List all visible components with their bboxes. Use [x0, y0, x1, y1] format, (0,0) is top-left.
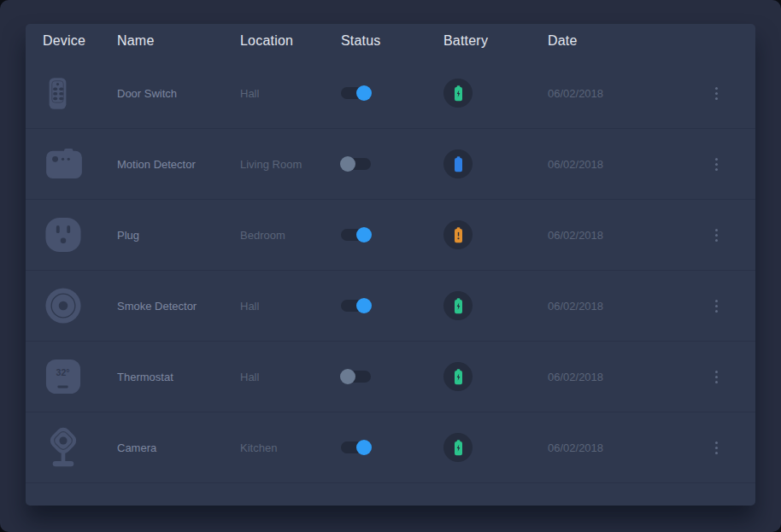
- toggle-thumb: [356, 85, 372, 101]
- battery-icon: [443, 149, 473, 178]
- battery-cell: [443, 220, 548, 249]
- battery-glyph-icon: [452, 155, 465, 173]
- battery-glyph-icon: [452, 85, 465, 102]
- toggle-thumb: [340, 156, 355, 172]
- device-location: Hall: [240, 300, 341, 313]
- table-row: Camera Kitchen 06/02/2018: [26, 412, 755, 483]
- battery-glyph-icon: [452, 368, 465, 386]
- status-toggle[interactable]: [341, 87, 371, 99]
- status-toggle[interactable]: [341, 441, 371, 453]
- device-date: 06/02/2018: [548, 158, 694, 171]
- device-location: Hall: [240, 371, 341, 383]
- battery-glyph-icon: [452, 439, 465, 457]
- battery-icon: [443, 291, 473, 320]
- device-table-card: Device Name Location Status Battery Date…: [26, 24, 755, 506]
- battery-cell: [443, 79, 548, 108]
- column-header-device: Device: [43, 33, 117, 49]
- battery-glyph-icon: [452, 297, 465, 315]
- table-header-row: Device Name Location Status Battery Date: [26, 24, 755, 58]
- device-cell: [43, 358, 117, 395]
- status-toggle[interactable]: [341, 300, 371, 312]
- menu-cell: [694, 367, 738, 387]
- status-toggle[interactable]: [341, 158, 371, 170]
- device-cell: [43, 216, 117, 254]
- table-body: Door Switch Hall 06/02/2018: [26, 58, 755, 483]
- menu-cell: [694, 84, 738, 103]
- row-kebab-menu-icon[interactable]: [710, 155, 723, 174]
- device-icon: [44, 426, 82, 470]
- status-cell: [341, 158, 443, 170]
- device-icon: [44, 287, 82, 324]
- device-name: Thermostat: [117, 371, 240, 383]
- battery-icon: [443, 220, 473, 249]
- table-row: Plug Bedroom 06/02/2018: [26, 200, 755, 271]
- battery-cell: [443, 149, 548, 178]
- menu-cell: [694, 438, 738, 458]
- battery-icon: [443, 362, 473, 391]
- device-date: 06/02/2018: [548, 87, 694, 100]
- device-icon: [44, 358, 82, 395]
- menu-cell: [694, 155, 738, 174]
- row-kebab-menu-icon[interactable]: [710, 225, 723, 245]
- toggle-thumb: [340, 369, 355, 384]
- battery-cell: [443, 291, 548, 320]
- status-cell: [341, 300, 443, 312]
- column-header-status: Status: [341, 33, 443, 49]
- device-location: Kitchen: [240, 441, 341, 454]
- device-date: 06/02/2018: [548, 371, 694, 383]
- battery-icon: [443, 79, 473, 108]
- status-cell: [341, 87, 443, 99]
- card-footer-spacer: [26, 483, 755, 506]
- column-header-name: Name: [117, 33, 240, 49]
- status-cell: [341, 229, 443, 241]
- status-toggle[interactable]: [341, 229, 371, 241]
- toggle-thumb: [356, 227, 372, 243]
- row-kebab-menu-icon[interactable]: [710, 367, 723, 387]
- device-location: Hall: [240, 87, 341, 100]
- device-location: Living Room: [240, 158, 341, 171]
- battery-cell: [443, 362, 548, 391]
- toggle-thumb: [356, 440, 372, 455]
- device-cell: [43, 287, 117, 324]
- battery-icon: [443, 433, 473, 462]
- device-name: Door Switch: [117, 87, 240, 100]
- status-toggle[interactable]: [341, 371, 371, 383]
- toggle-thumb: [356, 298, 372, 313]
- device-icon: [44, 71, 71, 116]
- column-header-date: Date: [548, 33, 694, 49]
- device-date: 06/02/2018: [548, 300, 694, 313]
- battery-glyph-icon: [452, 226, 465, 244]
- table-row: Thermostat Hall 06/02/2018: [26, 342, 755, 412]
- device-cell: [43, 148, 117, 180]
- device-icon: [44, 148, 84, 180]
- device-name: Smoke Detector: [117, 300, 240, 313]
- menu-cell: [694, 225, 738, 245]
- table-row: Smoke Detector Hall 06/02/2018: [26, 271, 755, 342]
- battery-cell: [443, 433, 548, 462]
- column-header-battery: Battery: [443, 33, 548, 49]
- device-name: Plug: [117, 229, 240, 242]
- device-name: Motion Detector: [117, 158, 240, 171]
- device-name: Camera: [117, 441, 240, 454]
- device-cell: [43, 426, 117, 470]
- menu-cell: [694, 296, 738, 316]
- table-row: Door Switch Hall 06/02/2018: [26, 58, 755, 129]
- app-background: Device Name Location Status Battery Date…: [0, 0, 781, 532]
- device-date: 06/02/2018: [548, 229, 694, 242]
- status-cell: [341, 371, 443, 383]
- status-cell: [341, 441, 443, 453]
- row-kebab-menu-icon[interactable]: [710, 84, 723, 103]
- device-date: 06/02/2018: [548, 441, 694, 454]
- device-icon: [44, 216, 82, 254]
- column-header-location: Location: [240, 33, 341, 49]
- row-kebab-menu-icon[interactable]: [710, 438, 723, 458]
- device-location: Bedroom: [240, 229, 341, 242]
- device-cell: [43, 71, 117, 116]
- row-kebab-menu-icon[interactable]: [710, 296, 723, 316]
- table-row: Motion Detector Living Room 06/02/2018: [26, 129, 755, 200]
